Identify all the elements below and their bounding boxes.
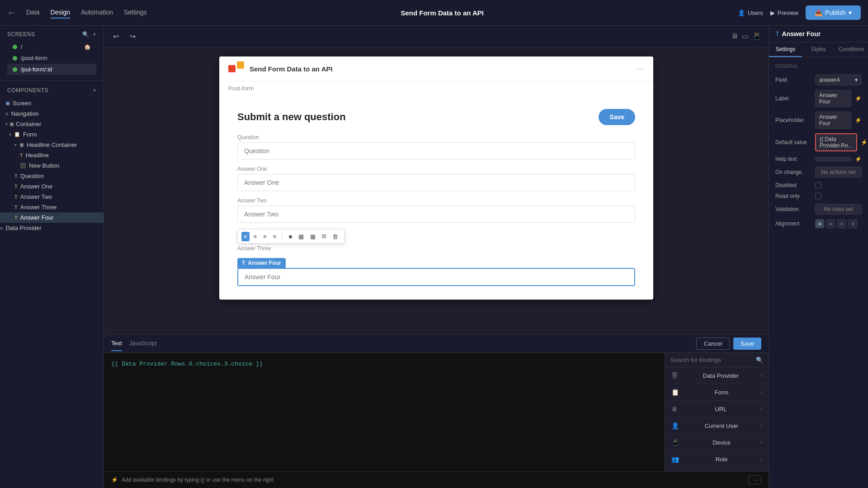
screen-item-put-form[interactable]: /put-form/:id [7, 64, 96, 75]
validation-value[interactable]: No rules set [815, 204, 862, 215]
component-answer-four[interactable]: T Answer Four [0, 212, 104, 223]
disabled-checkbox[interactable] [815, 182, 821, 188]
tab-conditions[interactable]: Conditions [835, 42, 868, 57]
component-container[interactable]: ▾ ▣ Container [0, 119, 104, 129]
binding-form[interactable]: 📋 Form › [665, 384, 769, 401]
component-navigation[interactable]: ≡ Navigation [0, 108, 104, 119]
tab-data[interactable]: Data [26, 7, 40, 19]
component-screen[interactable]: ▣ Screen [0, 98, 104, 108]
screen-path: /post-form [21, 55, 47, 61]
prop-alignment: Alignment ≡ ≡ ≡ ≡ [769, 217, 868, 230]
add-component-icon[interactable]: + [93, 87, 96, 94]
toolbar-divider [282, 233, 283, 240]
input-question[interactable] [237, 142, 635, 160]
code-editor[interactable]: {{ Data Provider.Rows.0.choices.3.choice… [104, 353, 665, 471]
screen-item-post-form[interactable]: /post-form [7, 52, 96, 64]
tab-javascript[interactable]: JavaScript [129, 336, 157, 351]
align-center-button[interactable]: ≡ [826, 219, 835, 228]
binding-role[interactable]: 👥 Role › [665, 451, 769, 468]
binding-current-user[interactable]: 👤 Current User › [665, 418, 769, 434]
field-label-question: Question [237, 134, 635, 141]
editor-save-button[interactable]: Save [733, 338, 761, 350]
binding-helpers[interactable]: 🔧 Helpers › [665, 468, 769, 471]
preview-button[interactable]: ▶ Preview [770, 9, 798, 16]
align-right-btn[interactable]: ≡ [261, 232, 269, 241]
default-lightning-icon[interactable]: ⚡ [861, 139, 868, 145]
tab-styles[interactable]: Styles [802, 42, 835, 57]
format-btn-cols2[interactable]: ▦ [296, 232, 306, 241]
default-value-text: {{ Data Provider.Ro... [820, 136, 853, 149]
align-left-button[interactable]: ≡ [815, 219, 824, 228]
label-lightning-icon[interactable]: ⚡ [855, 95, 862, 102]
component-headline-container[interactable]: ▾ ▣ Headline Container [0, 140, 104, 150]
component-answer-one[interactable]: T Answer One [0, 181, 104, 192]
prop-disabled: Disabled [769, 180, 868, 191]
component-form[interactable]: ▾ 📋 Form [0, 129, 104, 140]
help-text-prop-value[interactable] [815, 157, 851, 161]
align-left-btn[interactable]: ≡ [241, 232, 250, 241]
field-value-text: answer4 [819, 77, 840, 83]
right-panel-tabs: Settings Styles Conditions [769, 42, 868, 57]
component-data-provider[interactable]: ≡ Data Provider [0, 223, 104, 233]
undo-button[interactable]: ↩ [111, 30, 121, 42]
component-question[interactable]: T Question [0, 171, 104, 181]
input-answer-one[interactable] [237, 174, 635, 191]
tab-automation[interactable]: Automation [81, 7, 113, 19]
help-text-lightning-icon[interactable]: ⚡ [855, 156, 862, 162]
default-value-prop-value[interactable]: {{ Data Provider.Ro... [815, 133, 857, 151]
add-screen-icon[interactable]: + [93, 31, 96, 38]
align-center-btn[interactable]: ≡ [251, 232, 259, 241]
screen-item-root[interactable]: / 🏠 [7, 41, 96, 52]
more-options-icon[interactable]: ⋯ [636, 64, 644, 74]
text-icon: T [14, 215, 18, 221]
align-justify-button[interactable]: ≡ [848, 219, 857, 228]
component-answer-three[interactable]: T Answer Three [0, 202, 104, 212]
binding-device[interactable]: 📱 Device › [665, 434, 769, 451]
format-btn-dark[interactable]: ■ [286, 232, 294, 241]
tab-design[interactable]: Design [51, 7, 71, 19]
align-right-button[interactable]: ≡ [837, 219, 846, 228]
binding-data-provider[interactable]: 🗄 Data Provider › [665, 367, 769, 384]
text-type-icon: T [775, 30, 779, 38]
on-change-prop-label: On change [775, 169, 811, 175]
search-icon[interactable]: 🔍 [82, 31, 90, 38]
input-answer-four[interactable] [237, 268, 635, 286]
preview-icon: ▶ [770, 9, 775, 16]
form-save-button[interactable]: Save [599, 109, 635, 125]
format-btn-cols3[interactable]: ▦ [308, 232, 318, 241]
publish-button[interactable]: 📤 Publish ▾ [806, 5, 861, 20]
align-justify-btn[interactable]: ≡ [271, 232, 279, 241]
read-only-checkbox[interactable] [815, 193, 821, 199]
placeholder-prop-value[interactable]: Answer Four [815, 112, 851, 129]
screen-dot [13, 45, 17, 49]
top-navigation: ← Data Design Automation Settings Send F… [0, 0, 868, 26]
delete-btn[interactable]: 🗑 [330, 232, 340, 241]
tablet-view-icon[interactable]: ▭ [742, 32, 749, 41]
tab-settings[interactable]: Settings [124, 7, 147, 19]
hint-action-button[interactable]: → [748, 475, 761, 484]
component-answer-two[interactable]: T Answer Two [0, 192, 104, 202]
search-icon: 🔍 [756, 357, 763, 363]
field-prop-value[interactable]: answer4 ▾ [815, 75, 862, 85]
label-prop-value[interactable]: Answer Four [815, 90, 851, 107]
desktop-view-icon[interactable]: 🖥 [731, 32, 738, 41]
expand-icon: ▾ [14, 143, 17, 147]
users-button[interactable]: 👤 Users [738, 9, 763, 16]
tab-settings[interactable]: Settings [769, 42, 802, 57]
right-panel-header: T Answer Four [769, 26, 868, 42]
bindings-search-bar: 🔍 [665, 353, 769, 367]
input-answer-two[interactable] [237, 206, 635, 223]
bindings-search-input[interactable] [670, 357, 756, 363]
canvas-frame: Send Form Data to an API ⋯ Post-form Sub… [219, 56, 653, 300]
binding-url[interactable]: 🖥 URL › [665, 401, 769, 418]
component-headline[interactable]: T Headline [0, 150, 104, 160]
mobile-view-icon[interactable]: 📱 [752, 32, 761, 41]
copy-btn[interactable]: ⧉ [320, 231, 328, 241]
back-button[interactable]: ← [7, 8, 15, 18]
component-new-button[interactable]: ⬛ New Button [0, 160, 104, 171]
editor-cancel-button[interactable]: Cancel [696, 338, 730, 350]
redo-button[interactable]: ↪ [128, 30, 137, 42]
tab-text[interactable]: Text [111, 336, 122, 351]
on-change-value[interactable]: No actions set [815, 167, 862, 178]
placeholder-lightning-icon[interactable]: ⚡ [855, 117, 862, 123]
